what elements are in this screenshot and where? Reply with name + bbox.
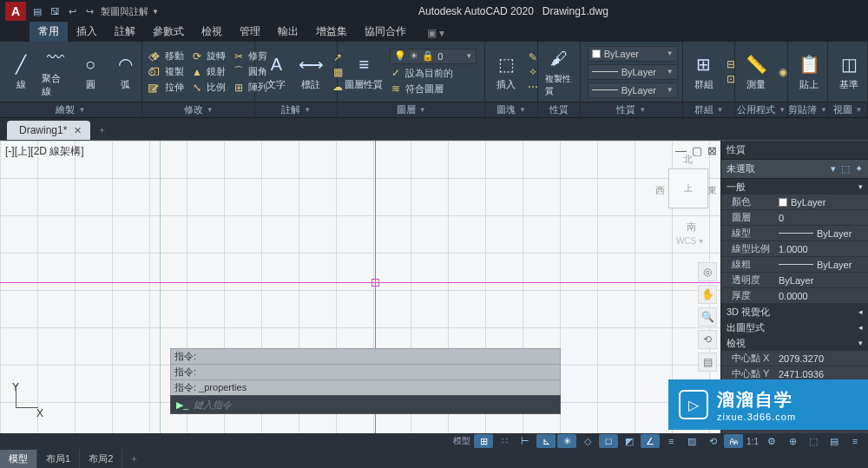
section-view[interactable]: 檢視▾ — [721, 335, 868, 351]
palette-pick-icon[interactable]: ⬚ — [841, 163, 850, 175]
palette-dropdown-icon[interactable]: ▾ — [831, 163, 836, 175]
polar-toggle[interactable]: ✳ — [557, 434, 576, 448]
tab-view[interactable]: 檢視 — [193, 22, 231, 42]
copy-button[interactable]: ❐複製 — [149, 65, 184, 78]
stretch-button[interactable]: ⤢拉伸 — [149, 81, 184, 94]
annoscale-toggle[interactable]: 🗛 — [724, 434, 743, 448]
maximize-viewport-icon[interactable]: ▢ — [692, 144, 702, 157]
pan-icon[interactable]: ✋ — [698, 285, 717, 304]
drawing-canvas[interactable]: [-][上][2D 線架構] — ▢ ⊠ 北 西 上 東 南 WCS ▾ ◎ ✋… — [0, 141, 720, 435]
cycling-toggle[interactable]: ⟲ — [703, 434, 722, 448]
units-toggle[interactable]: ⬚ — [804, 434, 823, 448]
wcs-label[interactable]: WCS ▾ — [676, 236, 703, 246]
close-viewport-icon[interactable]: ⊠ — [707, 144, 717, 157]
orbit-icon[interactable]: ⟲ — [698, 330, 717, 349]
workspace-label[interactable]: 製圖與註解▼ — [101, 5, 159, 18]
otrack-toggle[interactable]: ∠ — [641, 434, 660, 448]
viewport-label[interactable]: [-][上][2D 線架構] — [5, 144, 84, 159]
prop-transparency[interactable]: 透明度ByLayer — [721, 273, 868, 288]
lineweight-toggle[interactable]: ≡ — [661, 434, 681, 448]
transparency-toggle[interactable]: ▨ — [682, 434, 701, 448]
layout-model[interactable]: 模型 — [0, 450, 37, 468]
menu-icon[interactable]: ▤ — [31, 5, 43, 17]
rotate-button[interactable]: ⟳旋轉 — [191, 49, 226, 63]
section-general[interactable]: 一般▾ — [721, 179, 868, 194]
tab-home[interactable]: 常用 — [30, 22, 68, 42]
prop-layer[interactable]: 圖層0 — [721, 210, 868, 226]
save-icon[interactable]: 🖫 — [49, 5, 61, 17]
arc-button[interactable]: ◠弧 — [111, 52, 139, 91]
layer-properties-button[interactable]: ≡圖層性質 — [345, 52, 383, 91]
tab-parametric[interactable]: 參數式 — [144, 22, 193, 42]
line-button[interactable]: ╱線 — [7, 52, 35, 91]
osnap-toggle[interactable]: □ — [599, 434, 618, 448]
linetype-combo[interactable]: ByLayer▼ — [588, 82, 678, 98]
viewcube[interactable]: 上 — [668, 168, 708, 208]
annotation-monitor[interactable]: ⊕ — [783, 434, 802, 448]
mirror-button[interactable]: ▲鏡射 — [191, 65, 226, 78]
prop-ltscale[interactable]: 線型比例1.0000 — [721, 241, 868, 257]
status-scale[interactable]: 1:1 — [745, 437, 760, 446]
showmotion-icon[interactable]: ▤ — [698, 353, 717, 372]
tab-manage[interactable]: 管理 — [231, 22, 269, 42]
layout-2[interactable]: 布局2 — [80, 450, 122, 468]
scale-button[interactable]: ⤡比例 — [191, 81, 226, 94]
palette-title[interactable]: 性質 — [721, 141, 868, 160]
section-plotstyle[interactable]: 出圖型式◂ — [721, 320, 868, 335]
tab-collaborate[interactable]: 協同合作 — [356, 22, 415, 42]
prop-linetype[interactable]: 線型ByLayer — [721, 226, 868, 241]
grid-toggle[interactable]: ⊞ — [474, 434, 493, 448]
command-input[interactable]: ▶_ 鍵入指令 — [170, 395, 561, 414]
zoom-icon[interactable]: 🔍 — [698, 307, 717, 326]
layer-combo[interactable]: 💡 ☀ 🔒 0▼ — [390, 49, 477, 64]
color-combo[interactable]: ByLayer▼ — [588, 46, 678, 62]
new-tab-button[interactable]: ＋ — [90, 120, 114, 140]
group-button[interactable]: ⊞群組 — [690, 52, 718, 91]
insert-block-button[interactable]: ⬚插入 — [492, 52, 520, 91]
palette-quick-icon[interactable]: ✦ — [855, 163, 863, 175]
tab-output[interactable]: 輸出 — [269, 22, 307, 42]
layout-add[interactable]: ＋ — [122, 450, 146, 468]
tab-insert[interactable]: 插入 — [68, 22, 106, 42]
snap-toggle[interactable]: ∷ — [495, 434, 514, 448]
tab-annotate[interactable]: 註解 — [106, 22, 144, 42]
layout-1[interactable]: 布局1 — [37, 450, 80, 468]
clipboard-icon: 📋 — [797, 52, 821, 76]
quickprops-toggle[interactable]: ▤ — [825, 434, 844, 448]
match-properties-button[interactable]: 🖌複製性質 — [545, 47, 573, 97]
close-icon[interactable]: ✕ — [74, 125, 82, 136]
palette-selection[interactable]: 未選取 ▾ ⬚ ✦ — [721, 160, 868, 179]
redo-icon[interactable]: ↪ — [83, 5, 95, 17]
dim-button[interactable]: ⟷標註 — [297, 52, 325, 91]
text-button[interactable]: A文字 — [262, 52, 290, 91]
match-layer-button[interactable]: ≋符合圖層 — [390, 82, 477, 96]
workspace-switch[interactable]: ⚙ — [762, 434, 781, 448]
file-tab-drawing1[interactable]: Drawing1* ✕ — [7, 121, 90, 140]
prop-lineweight[interactable]: 線粗ByLayer — [721, 257, 868, 273]
circle-button[interactable]: ○圓 — [76, 52, 104, 91]
tab-extra[interactable]: ▣ ▾ — [418, 24, 453, 42]
iso-toggle[interactable]: ◇ — [578, 434, 597, 448]
prop-color[interactable]: 顏色ByLayer — [721, 194, 868, 210]
infer-toggle[interactable]: ⊢ — [516, 434, 535, 448]
window-title: Autodesk AutoCAD 2020 Drawing1.dwg — [164, 5, 863, 17]
move-button[interactable]: ✥移動 — [149, 49, 184, 63]
ortho-toggle[interactable]: ⊾ — [536, 434, 556, 448]
prop-center-x[interactable]: 中心點 X2079.3270 — [721, 351, 868, 366]
status-model[interactable]: 模型 — [451, 435, 472, 447]
ribbon-tabs: 常用 插入 註解 參數式 檢視 管理 輸出 增益集 協同合作 ▣ ▾ — [0, 23, 868, 42]
prop-thickness[interactable]: 厚度0.0000 — [721, 288, 868, 304]
section-3dvis[interactable]: 3D 視覺化◂ — [721, 304, 868, 320]
app-logo[interactable]: A — [5, 2, 26, 21]
3dosnap-toggle[interactable]: ◩ — [620, 434, 639, 448]
undo-icon[interactable]: ↩ — [66, 5, 78, 17]
paste-button[interactable]: 📋貼上 — [795, 52, 823, 91]
base-view-button[interactable]: ◫基準 — [835, 52, 863, 91]
lineweight-combo[interactable]: ByLayer▼ — [588, 64, 678, 80]
measure-button[interactable]: 📏測量 — [742, 52, 770, 91]
customize-toggle[interactable]: ≡ — [845, 434, 865, 448]
nav-wheel-icon[interactable]: ◎ — [698, 262, 717, 281]
make-current-button[interactable]: ✓設為目前的 — [390, 67, 477, 80]
polyline-button[interactable]: 〰聚合線 — [42, 46, 69, 98]
tab-addins[interactable]: 增益集 — [307, 22, 356, 42]
